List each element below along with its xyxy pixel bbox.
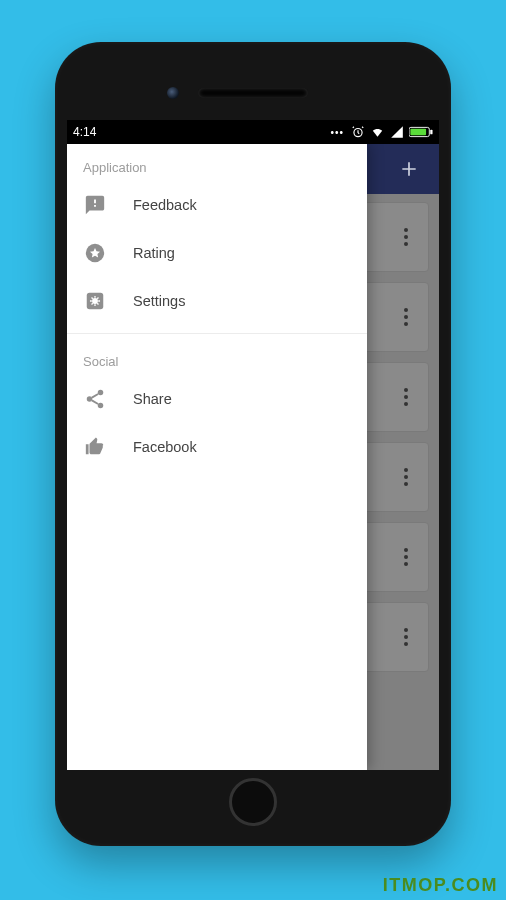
svg-rect-3	[410, 129, 426, 135]
drawer-divider	[67, 333, 367, 334]
svg-point-7	[98, 390, 104, 396]
more-button[interactable]	[396, 542, 416, 572]
svg-point-8	[87, 396, 93, 402]
star-icon	[83, 241, 107, 265]
more-button[interactable]	[396, 622, 416, 652]
phone-screen: 4:14 •••	[67, 120, 439, 770]
drawer-item-label: Share	[133, 391, 172, 407]
svg-point-6	[92, 298, 98, 304]
feedback-icon	[83, 193, 107, 217]
drawer-item-rating[interactable]: Rating	[67, 229, 367, 277]
wifi-icon	[370, 125, 385, 139]
drawer-item-label: Feedback	[133, 197, 197, 213]
drawer-item-label: Facebook	[133, 439, 197, 455]
add-button[interactable]	[395, 155, 423, 183]
phone-frame: 4:14 •••	[55, 42, 451, 846]
status-time: 4:14	[73, 125, 96, 139]
drawer-section-title: Social	[67, 338, 367, 375]
thumbs-up-icon	[83, 435, 107, 459]
drawer-item-facebook[interactable]: Facebook	[67, 423, 367, 471]
phone-camera-dot	[167, 87, 179, 99]
watermark-text: ITMOP.COM	[383, 875, 498, 896]
drawer-item-settings[interactable]: Settings	[67, 277, 367, 325]
status-icons: •••	[330, 125, 433, 139]
status-bar: 4:14 •••	[67, 120, 439, 144]
settings-icon	[83, 289, 107, 313]
more-button[interactable]	[396, 462, 416, 492]
phone-home-button	[229, 778, 277, 826]
alarm-icon	[351, 125, 365, 139]
drawer-item-label: Rating	[133, 245, 175, 261]
drawer-item-share[interactable]: Share	[67, 375, 367, 423]
cellular-dots-icon: •••	[330, 127, 344, 138]
signal-icon	[390, 125, 404, 139]
svg-point-9	[98, 403, 104, 409]
drawer-item-feedback[interactable]: Feedback	[67, 181, 367, 229]
drawer-item-label: Settings	[133, 293, 185, 309]
phone-earpiece	[198, 88, 308, 98]
share-icon	[83, 387, 107, 411]
more-button[interactable]	[396, 302, 416, 332]
plus-icon	[399, 159, 419, 179]
svg-rect-2	[430, 130, 432, 135]
more-button[interactable]	[396, 222, 416, 252]
battery-icon	[409, 126, 433, 138]
navigation-drawer: Application Feedback Rating Settings	[67, 144, 367, 770]
more-button[interactable]	[396, 382, 416, 412]
drawer-section-title: Application	[67, 144, 367, 181]
